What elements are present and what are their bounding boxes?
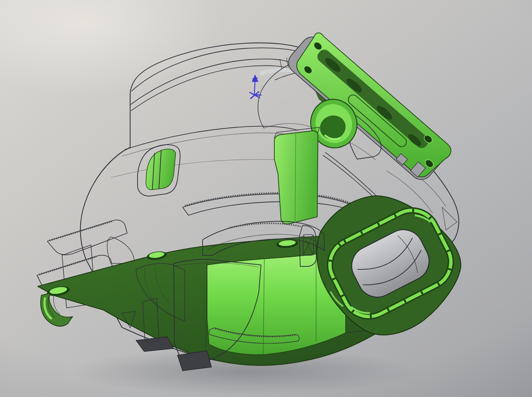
cad-model-canvas xyxy=(0,0,532,397)
cad-viewport[interactable] xyxy=(0,0,532,397)
transfer-port-boss[interactable] xyxy=(274,127,319,224)
